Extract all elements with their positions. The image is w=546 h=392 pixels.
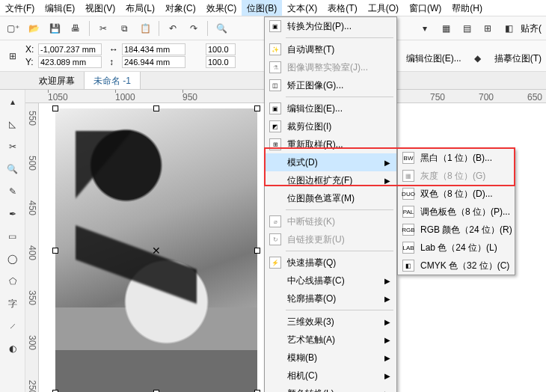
qtrace-icon: ⚡: [269, 257, 281, 269]
menu-bitmap[interactable]: 位图(B): [242, 0, 282, 16]
search-icon[interactable]: 🔍: [212, 19, 230, 37]
mi-colorx[interactable]: 颜色转换(L)▶: [265, 385, 396, 392]
mi-inflate[interactable]: 位图边框扩充(F)▶: [265, 171, 396, 189]
mode-lab[interactable]: LABLab 色（24 位）(L): [398, 239, 515, 257]
handle-r[interactable]: [254, 248, 260, 254]
dropdown-icon[interactable]: ▾: [416, 19, 434, 37]
handle-t[interactable]: [153, 105, 159, 111]
grid2-icon[interactable]: ⊞: [479, 19, 497, 37]
menu-file[interactable]: 文件(F): [0, 0, 40, 16]
mi-crop[interactable]: ◩裁剪位图(I): [265, 117, 396, 135]
handle-l[interactable]: [52, 248, 58, 254]
guides-icon[interactable]: ▤: [458, 19, 476, 37]
mi-convert[interactable]: ▣转换为位图(P)...: [265, 17, 396, 35]
lab-icon: LAB: [402, 242, 414, 254]
center-marker-icon[interactable]: ✕: [152, 245, 161, 257]
mi-otrace[interactable]: 轮廓描摹(O)▶: [265, 290, 396, 307]
paste-icon[interactable]: 📋: [136, 19, 154, 37]
menu-object[interactable]: 对象(C): [160, 0, 201, 16]
mode-duo[interactable]: DUO双色（8 位）(D)...: [398, 185, 515, 203]
mi-lab: ⚗图像调整实验室(J)...: [265, 58, 396, 76]
mi-qtrace[interactable]: ⚡快速描摹(Q): [265, 254, 396, 272]
object-origin-icon[interactable]: ⊞: [4, 47, 22, 65]
mi-edit[interactable]: ▣编辑位图(E)...: [265, 99, 396, 117]
editbmp-label[interactable]: 编辑位图(E)...: [406, 52, 461, 65]
rect-tool-icon[interactable]: ▭: [4, 227, 22, 245]
text-tool-icon[interactable]: 字: [4, 295, 22, 313]
menu-view[interactable]: 视图(V): [80, 0, 120, 16]
handle-tr[interactable]: [254, 105, 260, 111]
selected-bitmap[interactable]: ✕: [55, 108, 257, 392]
grid-icon[interactable]: ▦: [437, 19, 455, 37]
mi-camera[interactable]: 相机(C)▶: [265, 367, 396, 385]
gray-icon: ▦: [402, 170, 414, 182]
mi-3d[interactable]: 三维效果(3)▶: [265, 313, 396, 331]
link-update-icon: ↻: [269, 233, 281, 245]
menubar: 文件(F) 编辑(E) 视图(V) 布局(L) 对象(C) 效果(C) 位图(B…: [0, 0, 546, 16]
w-input[interactable]: [122, 43, 185, 55]
freehand-tool-icon[interactable]: ✎: [4, 183, 22, 200]
mi-mode[interactable]: 模式(D)▶: [265, 153, 396, 171]
tab-welcome[interactable]: 欢迎屏幕: [30, 72, 85, 89]
size-fields: ↔ ↕: [109, 43, 189, 68]
trace-label[interactable]: 描摹位图(T): [494, 52, 542, 65]
menu-layout[interactable]: 布局(L): [120, 0, 160, 16]
mi-blur[interactable]: 模糊(B)▶: [265, 349, 396, 367]
y-input[interactable]: [38, 56, 102, 68]
menu-effects[interactable]: 效果(C): [201, 0, 242, 16]
chevron-right-icon: ▶: [384, 318, 390, 326]
chevron-right-icon: ▶: [384, 354, 390, 362]
mode-rgb[interactable]: RGBRGB 颜色（24 位）(R): [398, 221, 515, 239]
chevron-right-icon: ▶: [384, 390, 390, 393]
copy-icon[interactable]: ⧉: [115, 19, 133, 37]
scale-fields: [193, 43, 273, 68]
trace-icon[interactable]: ◆: [469, 49, 487, 67]
edit-icon: ▣: [269, 102, 281, 114]
menu-window[interactable]: 窗口(W): [404, 0, 447, 16]
mi-straighten[interactable]: ◫矫正图像(G)...: [265, 76, 396, 94]
redo-icon[interactable]: ↷: [185, 19, 203, 37]
print-icon[interactable]: 🖶: [67, 19, 85, 37]
fill-tool-icon[interactable]: ◐: [4, 340, 22, 358]
mi-auto[interactable]: ✨自动调整(T): [265, 40, 396, 58]
mi-resample[interactable]: ⊞重新取样(R)...: [265, 135, 396, 153]
toolbox: ▴ ◺ ✂ 🔍 ✎ ✒ ▭ ◯ ⬠ 字 ⟋ ◐: [0, 90, 25, 392]
menu-edit[interactable]: 编辑(E): [40, 0, 80, 16]
mode-cmyk[interactable]: ◧CMYK 色（32 位）(C): [398, 257, 515, 275]
mode-bw[interactable]: BW黑白（1 位）(B)...: [398, 149, 515, 167]
menu-help[interactable]: 帮助(H): [447, 0, 488, 16]
mi-art[interactable]: 艺术笔触(A)▶: [265, 331, 396, 349]
chevron-right-icon: ▶: [384, 277, 390, 285]
crop-tool-icon[interactable]: ✂: [4, 138, 22, 156]
menu-tools[interactable]: 工具(O): [363, 0, 404, 16]
undo-icon[interactable]: ↶: [164, 19, 182, 37]
save-icon[interactable]: 💾: [46, 19, 64, 37]
zoom-tool-icon[interactable]: 🔍: [4, 160, 22, 178]
cut-icon[interactable]: ✂: [94, 19, 112, 37]
menu-text[interactable]: 文本(X): [282, 0, 322, 16]
bw-icon: BW: [402, 152, 414, 164]
ellipse-tool-icon[interactable]: ◯: [4, 250, 22, 268]
sx-input[interactable]: [206, 43, 236, 55]
sy-input[interactable]: [206, 56, 236, 68]
pick-tool-icon[interactable]: ▴: [4, 93, 22, 111]
menu-table[interactable]: 表格(T): [322, 0, 362, 16]
pen-tool-icon[interactable]: ✒: [4, 205, 22, 223]
x-input[interactable]: [38, 43, 102, 55]
mi-ctrace[interactable]: 中心线描摹(C)▶: [265, 272, 396, 290]
h-input[interactable]: [122, 56, 185, 68]
mi-mask[interactable]: 位图颜色遮罩(M): [265, 189, 396, 207]
shape-tool-icon[interactable]: ◺: [4, 115, 22, 133]
dropper-tool-icon[interactable]: ⟋: [4, 317, 22, 335]
new-icon[interactable]: ▢⁺: [4, 19, 22, 37]
tab-doc[interactable]: 未命名 -1: [85, 72, 141, 89]
mi-break: ⌀中断链接(K): [265, 212, 396, 230]
mode-submenu: BW黑白（1 位）(B)... ▦灰度（8 位）(G) DUO双色（8 位）(D…: [397, 148, 515, 275]
open-icon[interactable]: 📂: [25, 19, 43, 37]
handle-tl[interactable]: [52, 105, 58, 111]
polygon-tool-icon[interactable]: ⬠: [4, 272, 22, 290]
panel-icon[interactable]: ◧: [500, 19, 518, 37]
snap-label[interactable]: 贴齐(: [521, 22, 542, 35]
mode-pal[interactable]: PAL调色板色（8 位）(P)...: [398, 203, 515, 221]
chevron-right-icon: ▶: [384, 336, 390, 344]
